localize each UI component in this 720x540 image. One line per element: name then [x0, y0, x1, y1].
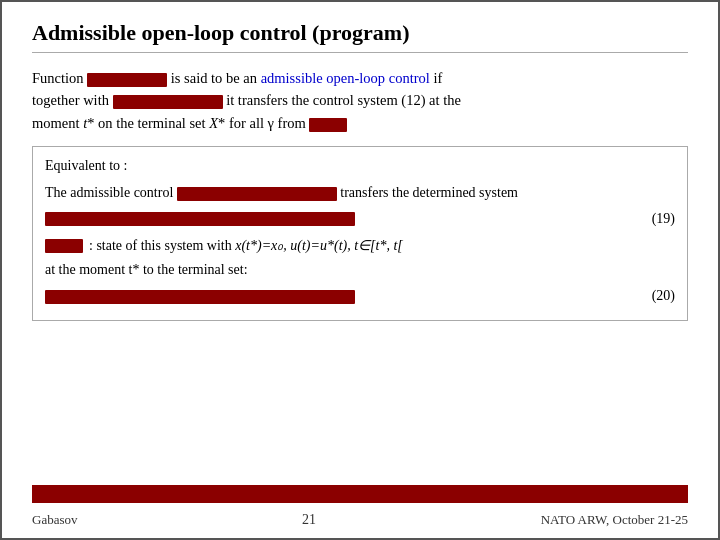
paragraph-1: Function is said to be an admissible ope…	[32, 67, 688, 134]
redacted-3	[309, 118, 347, 132]
text-at-the-moment: at the moment t* to the terminal set:	[45, 262, 248, 277]
redacted-1	[87, 73, 167, 87]
text-together-with: together with	[32, 92, 109, 108]
box-section: Equivalent to : The admissible control t…	[32, 146, 688, 320]
text-if: if	[433, 70, 442, 86]
box-admissible-text: The admissible control transfers the det…	[45, 182, 518, 204]
box-line-state: : state of this system with x(t*)=x₀, u(…	[45, 235, 675, 257]
footer: Gabasov 21 NATO ARW, October 21-25	[32, 512, 688, 528]
text-moment: moment t* on the terminal set X* for all…	[32, 115, 309, 131]
box-equation-20: (20)	[45, 285, 675, 307]
text-function: Function	[32, 70, 87, 86]
footer-right: NATO ARW, October 21-25	[541, 512, 688, 528]
slide-content: Function is said to be an admissible ope…	[32, 67, 688, 321]
eq-number-19: (19)	[652, 208, 675, 230]
eq-number-20: (20)	[652, 285, 675, 307]
text-the-admissible: The admissible control	[45, 185, 177, 200]
slide-container: Admissible open-loop control (program) F…	[0, 0, 720, 540]
box-equation-19: (19)	[45, 208, 675, 230]
redacted-2	[113, 95, 223, 109]
redacted-7	[45, 290, 355, 304]
redacted-4	[177, 187, 337, 201]
box-line-equivalent: Equivalent to :	[45, 155, 675, 177]
text-said: is said to be an	[171, 70, 261, 86]
text-admissible-link: admissible open-loop control	[261, 70, 430, 86]
text-state-of: : state of this system with x(t*)=x₀, u(…	[89, 235, 403, 257]
redacted-6	[45, 239, 83, 253]
text-transfers-det: transfers the determined system	[340, 185, 518, 200]
text-transfers: it transfers the control system (12) at …	[226, 92, 461, 108]
box-line-admissible: The admissible control transfers the det…	[45, 182, 675, 204]
footer-center-page: 21	[302, 512, 316, 528]
footer-left: Gabasov	[32, 512, 78, 528]
box-line-at-moment: at the moment t* to the terminal set:	[45, 259, 675, 281]
slide-title: Admissible open-loop control (program)	[32, 20, 688, 53]
redacted-5	[45, 212, 355, 226]
bottom-bar	[32, 485, 688, 503]
